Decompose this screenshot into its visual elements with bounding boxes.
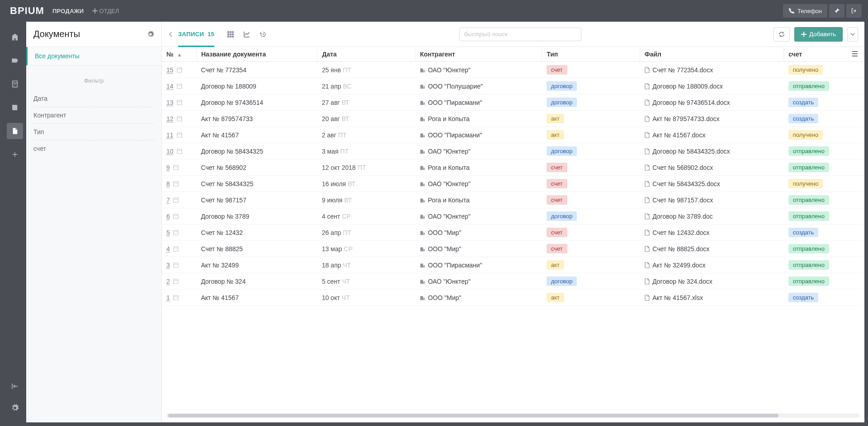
cell-file[interactable]: Договор № 324.docx [640,273,783,290]
table-row[interactable]: 10Договор № 584343253 маяПТОАО "Юнктер"д… [162,143,864,159]
row-number-link[interactable]: 10 [166,148,174,155]
cell-status: отправлено [784,78,864,94]
table-row[interactable]: 12Акт № 87957473320 авгВТРога и Копытаак… [162,111,864,127]
filter-item[interactable]: счет [33,140,154,157]
table-row[interactable]: 1Акт № 4156710 октЧТООО "Мир"актАкт № 41… [162,290,864,306]
table-row[interactable]: 7Счет № 9871579 июляВТРога и КопытасчетС… [162,192,864,208]
col-file[interactable]: Файл [640,47,783,62]
row-number-link[interactable]: 9 [166,164,170,171]
plus-icon [801,32,807,37]
row-number-link[interactable]: 5 [166,229,170,236]
pin-button[interactable] [829,4,844,18]
cell-date: 10 октЧТ [317,290,415,306]
records-tab[interactable]: ЗАПИСИ 15 [178,31,214,47]
add-dropdown-button[interactable] [847,27,858,42]
view-grid-button[interactable] [227,31,234,38]
table-row[interactable]: 4Счет № 8882513 марСРООО "Мир"счетСчет №… [162,241,864,257]
rail-gear-icon[interactable] [7,400,23,416]
logout-button[interactable] [846,4,862,18]
filter-item[interactable]: Тип [33,124,154,140]
table-row[interactable]: 13Договор № 9743651427 авгВТООО "Пирасма… [162,94,864,111]
cell-file[interactable]: Акт № 879574733.docx [640,111,783,127]
cell-file[interactable]: Счет № 987157.docx [640,192,783,208]
cell-file[interactable]: Счет № 772354.docx [640,62,783,78]
cell-file[interactable]: Акт № 41567.docx [640,127,783,143]
row-number-link[interactable]: 15 [166,66,174,74]
scrollbar-thumb[interactable] [168,414,778,417]
row-number-link[interactable]: 8 [166,180,170,187]
cell-contragent: ООО "Мир" [415,241,542,257]
cell-status: отправлено [784,192,864,208]
add-button[interactable]: Добавить [794,27,843,42]
row-number-link[interactable]: 12 [166,115,174,122]
cell-file[interactable]: Договор № 3789.doc [640,208,783,225]
cell-file[interactable]: Договор № 97436514.docx [640,94,783,111]
rail-import-icon[interactable] [7,378,23,394]
table-row[interactable]: 6Договор № 37894 сентСРОАО "Юнктер"догов… [162,208,864,225]
col-name[interactable]: Название документа [196,47,317,62]
table-row[interactable]: 11Акт № 415672 авгПТООО "Пирасмани"актАк… [162,127,864,143]
file-icon [644,148,650,155]
table-row[interactable]: 15Счет № 77235425 янвПТОАО "Юнктер"счетС… [162,62,864,78]
table-row[interactable]: 2Договор № 3245 сентЧТОАО "Юнктер"догово… [162,273,864,290]
columns-config-button[interactable] [852,51,858,57]
rail-building-icon[interactable] [7,29,23,45]
cell-file[interactable]: Счет № 88825.docx [640,241,783,257]
col-number[interactable]: № ▲ [162,47,196,62]
table-row[interactable]: 14Договор № 18800921 апрВСООО "Полушарие… [162,78,864,94]
filter-item[interactable]: Контрагент [33,107,154,124]
rail-book-icon[interactable] [7,99,23,116]
cell-name: Счет № 88825 [196,241,317,257]
sidebar-gear-button[interactable] [147,31,154,38]
col-date[interactable]: Дата [317,47,415,62]
table-row[interactable]: 3Акт № 3249918 апрЧТООО "Пирасмани"актАк… [162,257,864,273]
row-number-link[interactable]: 2 [166,278,170,285]
col-contragent[interactable]: Контрагент [415,47,542,62]
rail-docs-icon[interactable] [7,123,23,139]
cell-file[interactable]: Договор № 188009.docx [640,78,783,94]
phone-button[interactable]: Телефон [783,4,827,18]
toolbar: ЗАПИСИ 15 [162,22,864,47]
add-department-button[interactable]: ОТДЕЛ [92,8,119,14]
refresh-button[interactable] [774,27,790,42]
file-icon [644,66,650,74]
rail-tag-icon[interactable] [7,52,23,69]
nav-back-button[interactable] [168,32,174,37]
row-number-link[interactable]: 7 [166,197,170,204]
cell-file[interactable]: Счет № 12432.docx [640,225,783,241]
table-row[interactable]: 8Счет № 5843432516 июляВТОАО "Юнктер"сче… [162,176,864,192]
table-row[interactable]: 5Счет № 1243226 апрПТООО "Мир"счетСчет №… [162,225,864,241]
view-history-button[interactable] [259,31,267,38]
row-number-link[interactable]: 14 [166,83,174,90]
view-chart-button[interactable] [243,31,250,38]
window-icon [177,116,182,122]
row-number-link[interactable]: 1 [166,294,170,301]
col-status[interactable]: счет [784,47,864,62]
rail-add-icon[interactable] [7,146,23,163]
cell-type: договор [542,143,640,159]
cell-date: 4 сентСР [317,208,415,225]
rail-calc-icon[interactable] [7,76,23,92]
cell-file[interactable]: Акт № 32499.docx [640,257,783,273]
row-number-link[interactable]: 4 [166,245,170,253]
nav-sales[interactable]: ПРОДАЖИ [52,8,84,14]
cell-file[interactable]: Договор № 58434325.docx [640,143,783,159]
row-number-link[interactable]: 3 [166,262,170,269]
search-input[interactable] [459,28,581,41]
file-icon [644,99,650,106]
cell-file[interactable]: Счет № 568902.docx [640,159,783,176]
org-icon [420,99,425,106]
row-number-link[interactable]: 6 [166,213,170,220]
cell-file[interactable]: Счет № 58434325.docx [640,176,783,192]
col-type[interactable]: Тип [542,47,640,62]
filter-item[interactable]: Дата [33,90,154,107]
table-row[interactable]: 9Счет № 56890212 окт 2018ПТРога и Копыта… [162,159,864,176]
cell-file[interactable]: Акт № 41567.xlsx [640,290,783,306]
grid-icon [227,31,234,38]
cell-status: отправлено [784,208,864,225]
row-number-link[interactable]: 13 [166,99,174,106]
sidebar-current-view[interactable]: Все документы [26,47,161,66]
file-icon [644,115,650,122]
horizontal-scrollbar[interactable] [166,413,860,418]
row-number-link[interactable]: 11 [166,131,174,139]
